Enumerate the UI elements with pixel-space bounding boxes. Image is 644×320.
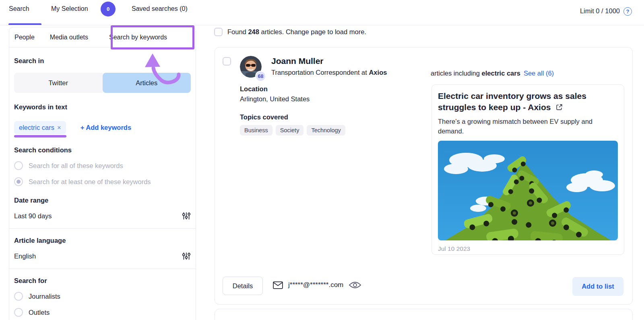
topic-chip: Technology — [307, 125, 345, 135]
result-checkbox[interactable] — [223, 57, 231, 66]
journalist-result-card: 68 Joann Muller Transportation Correspon… — [215, 47, 633, 305]
topic-chips: Business Society Technology — [240, 125, 345, 135]
section-divider — [9, 269, 196, 269]
tab-media-outlets[interactable]: Media outlets — [50, 34, 88, 41]
search-conditions-label: Search conditions — [14, 146, 191, 154]
article-image — [438, 141, 618, 240]
limit-counter: Limit 0 / 1000 — [580, 7, 620, 15]
search-in-toggle: Twitter Articles — [14, 73, 191, 93]
radio-icon[interactable] — [14, 308, 23, 317]
keyword-chip-row: electric cars × + Add keywords — [14, 121, 191, 134]
score-badge: 68 — [255, 71, 266, 82]
search-for-option-outlets[interactable]: Outlets — [14, 308, 191, 317]
help-icon[interactable]: ? — [623, 7, 632, 16]
top-nav: Search My Selection 0 Saved searches (0)… — [0, 0, 644, 25]
search-for-option-journalists[interactable]: Journalists — [14, 292, 191, 301]
select-all-checkbox[interactable] — [214, 28, 223, 36]
article-date: Jul 10 2023 — [438, 245, 618, 252]
article-description: There’s a growing mismatch between EV su… — [438, 117, 618, 136]
condition-at-least-one-label: Search for at least one of these keyword… — [29, 178, 151, 186]
condition-option-at-least-one[interactable]: Search for at least one of these keyword… — [14, 177, 191, 186]
journalists-label: Journalists — [29, 293, 60, 300]
article-language-row: English — [14, 252, 191, 261]
condition-all-label: Search for all of these keywords — [29, 162, 123, 170]
topics-block: Topics covered Business Society Technolo… — [240, 113, 345, 135]
toggle-option-articles[interactable]: Articles — [103, 73, 191, 93]
masked-email: j*****@*******.com — [288, 281, 343, 289]
see-all-link[interactable]: See all (6) — [524, 70, 554, 77]
email-row: j*****@*******.com — [272, 280, 362, 290]
results-summary-text: Found 248 articles. Change page to load … — [227, 28, 366, 36]
radio-icon[interactable] — [14, 161, 23, 170]
journalist-role: Transportation Correspondent at Axios — [271, 69, 387, 76]
topics-label: Topics covered — [240, 113, 345, 121]
radio-icon[interactable] — [14, 292, 23, 301]
search-filters-panel: People Media outlets Search by keywords … — [9, 27, 196, 320]
article-title[interactable]: Electric car inventory grows as sales st… — [438, 90, 617, 113]
tab-people[interactable]: People — [14, 34, 35, 41]
journalist-name: Joann Muller — [271, 56, 324, 66]
articles-heading: articles including electric carsSee all … — [431, 70, 554, 77]
filter-tabs: People Media outlets Search by keywords — [9, 27, 196, 47]
next-result-card — [215, 309, 633, 320]
tab-search-by-keywords[interactable]: Search by keywords — [109, 34, 167, 41]
location-block: Location Arlington, United States — [240, 85, 310, 103]
reveal-email-eye-icon[interactable] — [348, 280, 362, 290]
section-divider — [9, 228, 196, 229]
topic-chip: Business — [240, 125, 272, 135]
results-summary-row: Found 248 articles. Change page to load … — [214, 28, 366, 36]
external-link-icon[interactable] — [555, 103, 563, 111]
toggle-option-twitter[interactable]: Twitter — [14, 73, 103, 93]
date-range-value: Last 90 days — [14, 212, 52, 220]
condition-option-all[interactable]: Search for all of these keywords — [14, 161, 191, 170]
nav-item-saved-searches[interactable]: Saved searches (0) — [132, 5, 188, 12]
date-range-row: Last 90 days — [14, 211, 191, 220]
radio-icon-selected[interactable] — [14, 177, 23, 186]
article-preview-card: Electric car inventory grows as sales st… — [431, 84, 624, 255]
nav-item-my-selection[interactable]: My Selection — [51, 5, 88, 12]
keyword-chip-electric-cars[interactable]: electric cars × — [14, 121, 66, 134]
add-to-list-button[interactable]: Add to list — [572, 277, 623, 296]
search-in-label: Search in — [14, 57, 191, 65]
remove-keyword-icon[interactable]: × — [57, 124, 61, 131]
date-range-label: Date range — [14, 197, 191, 204]
article-language-value: English — [14, 252, 36, 260]
envelope-icon — [272, 281, 283, 290]
details-button[interactable]: Details — [223, 277, 263, 295]
language-filter-icon[interactable] — [182, 252, 191, 261]
add-keywords-link[interactable]: + Add keywords — [80, 124, 131, 131]
my-selection-count-badge: 0 — [101, 2, 116, 16]
search-for-label: Search for — [14, 277, 191, 285]
location-label: Location — [240, 85, 310, 93]
location-value: Arlington, United States — [240, 95, 310, 103]
nav-item-search[interactable]: Search — [9, 5, 29, 12]
filter-panel-body: Search in Twitter Articles Keywords in t… — [9, 57, 196, 317]
keywords-label: Keywords in text — [14, 103, 191, 111]
topic-chip: Society — [276, 125, 304, 135]
keyword-chip-text: electric cars — [19, 124, 54, 131]
outlets-label: Outlets — [29, 309, 50, 316]
article-language-label: Article language — [14, 237, 191, 244]
date-range-filter-icon[interactable] — [182, 211, 191, 220]
header-divider — [0, 25, 644, 25]
